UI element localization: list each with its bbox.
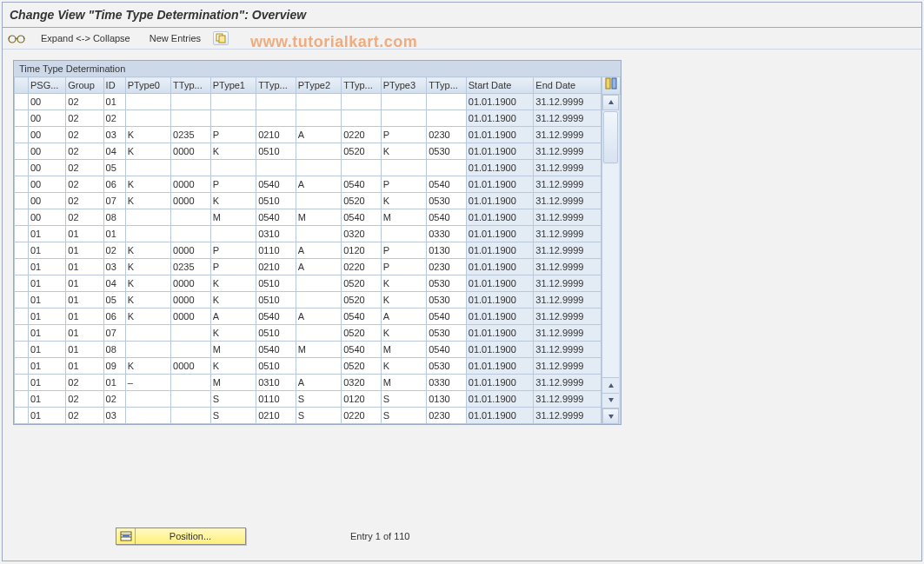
cell[interactable]: 00 [28,160,65,176]
cell[interactable]: 01.01.1900 [466,242,534,259]
col-id[interactable]: ID [103,77,125,94]
cell[interactable]: 01.01.1900 [466,358,534,375]
cell[interactable]: 01 [28,259,65,275]
cell[interactable]: 00 [28,127,65,143]
scroll-thumb[interactable] [603,111,618,163]
col-start[interactable]: Start Date [466,77,534,94]
cell[interactable]: 31.12.9999 [534,110,602,127]
row-handle[interactable] [15,143,29,160]
cell[interactable]: 02 [66,375,103,391]
cell[interactable]: 31.12.9999 [534,292,602,309]
table-row[interactable]: 010102K0000P0110A0120P013001.01.190031.1… [15,242,602,259]
cell[interactable]: P [210,127,256,143]
cell[interactable]: P [210,259,256,275]
cell[interactable]: 31.12.9999 [534,209,602,226]
cell[interactable]: 01 [66,292,103,309]
cell[interactable]: 31.12.9999 [534,342,602,358]
row-handle[interactable] [15,358,29,375]
cell[interactable]: M [210,375,256,391]
cell[interactable]: P [381,242,426,259]
cell[interactable]: 0510 [256,193,296,209]
cell[interactable] [381,110,426,127]
row-handle[interactable] [15,292,29,309]
cell[interactable]: 01 [66,226,103,242]
cell[interactable]: 31.12.9999 [534,143,602,160]
cell[interactable]: 31.12.9999 [534,309,602,325]
cell[interactable]: 31.12.9999 [534,94,602,110]
cell[interactable]: 02 [66,143,103,160]
cell[interactable] [296,358,341,375]
cell[interactable]: 02 [66,127,103,143]
cell[interactable]: 00 [28,193,65,209]
cell[interactable]: M [296,209,341,226]
cell[interactable] [342,94,382,110]
cell[interactable] [125,209,170,226]
row-handle[interactable] [15,309,29,325]
col-ptype1[interactable]: PType1 [210,77,256,94]
cell[interactable]: 31.12.9999 [534,358,602,375]
col-ttyp3[interactable]: TTyp... [427,77,467,94]
cell[interactable]: M [381,209,426,226]
cell[interactable] [171,160,211,176]
scroll-down-arrow-icon[interactable] [602,408,619,424]
cell[interactable]: 0520 [342,325,382,342]
cell[interactable]: 04 [103,275,125,292]
table-row[interactable]: 010202S0110S0120S013001.01.190031.12.999… [15,391,602,408]
scroll-track[interactable] [602,164,619,377]
cell[interactable]: 31.12.9999 [534,391,602,408]
row-handle[interactable] [15,94,29,110]
cell[interactable] [125,342,170,358]
row-handle[interactable] [15,342,29,358]
cell[interactable]: 01 [28,342,65,358]
cell[interactable]: 01 [66,275,103,292]
row-handle[interactable] [15,242,29,259]
col-ttyp2[interactable]: TTyp... [342,77,382,94]
cell[interactable]: 01 [103,94,125,110]
cell[interactable]: 0000 [171,176,211,193]
cell[interactable]: 01 [28,375,65,391]
cell[interactable]: S [296,391,341,408]
cell[interactable]: 01 [66,259,103,275]
cell[interactable] [256,94,296,110]
cell[interactable] [125,391,170,408]
cell[interactable] [125,94,170,110]
cell[interactable]: 0540 [427,309,467,325]
cell[interactable] [296,275,341,292]
row-handle[interactable] [15,325,29,342]
cell[interactable]: S [381,391,426,408]
cell[interactable]: 0540 [342,342,382,358]
col-group[interactable]: Group [66,77,103,94]
scroll-step-down-icon[interactable] [602,394,619,409]
cell[interactable]: 0520 [342,275,382,292]
cell[interactable]: 0220 [342,127,382,143]
cell[interactable]: S [210,408,256,424]
cell[interactable]: 0310 [256,226,296,242]
cell[interactable]: 01 [28,358,65,375]
cell[interactable]: A [296,127,341,143]
cell[interactable]: 0520 [342,193,382,209]
cell[interactable]: 31.12.9999 [534,242,602,259]
cell[interactable]: 02 [66,209,103,226]
cell[interactable]: 01 [28,242,65,259]
cell[interactable] [125,226,170,242]
cell[interactable]: 04 [103,143,125,160]
cell[interactable]: 01 [28,292,65,309]
cell[interactable]: K [210,193,256,209]
cell[interactable]: K [125,176,170,193]
cell[interactable] [296,292,341,309]
cell[interactable]: 0230 [427,259,467,275]
cell[interactable]: 02 [66,408,103,424]
cell[interactable] [171,110,211,127]
cell[interactable]: 01.01.1900 [466,110,534,127]
cell[interactable]: 02 [66,193,103,209]
cell[interactable]: 01 [66,358,103,375]
cell[interactable]: 01 [28,226,65,242]
cell[interactable] [171,375,211,391]
cell[interactable]: 0220 [342,408,382,424]
cell[interactable]: 31.12.9999 [534,375,602,391]
cell[interactable]: 0220 [342,259,382,275]
cell[interactable]: 01.01.1900 [466,193,534,209]
cell[interactable]: 0540 [256,342,296,358]
cell[interactable]: 02 [103,110,125,127]
cell[interactable]: 0330 [427,375,467,391]
